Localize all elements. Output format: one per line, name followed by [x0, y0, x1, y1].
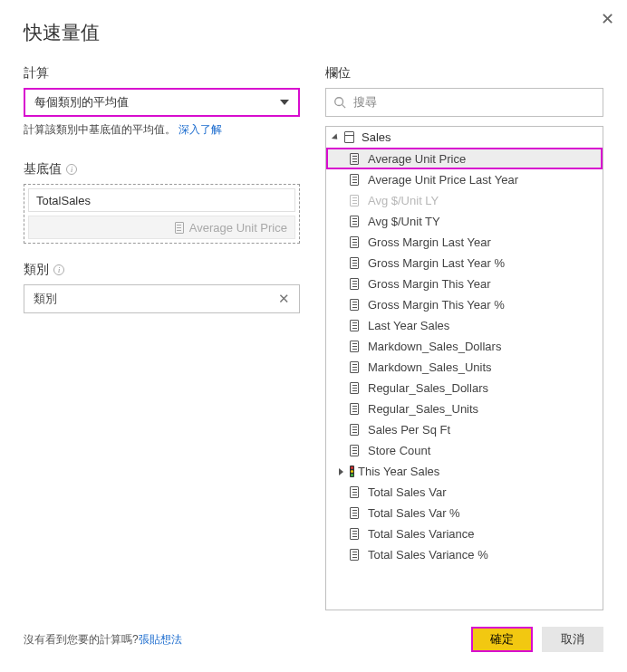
category-label: 類別 i: [24, 262, 300, 278]
dialog-columns: 計算 每個類別的平均值 計算該類別中基底值的平均值。 深入了解 基底值 i To…: [24, 65, 603, 610]
calculation-dropdown[interactable]: 每個類別的平均值: [24, 88, 300, 117]
calculator-icon: [350, 549, 359, 561]
calculator-icon: [350, 174, 359, 186]
base-value-chip[interactable]: TotalSales: [28, 188, 295, 212]
field-row[interactable]: Regular_Sales_Dollars: [326, 378, 603, 398]
field-label: Total Sales Var %: [368, 506, 460, 520]
post-idea-link[interactable]: 張貼想法: [139, 633, 182, 646]
calculator-icon: [350, 320, 359, 331]
field-row[interactable]: Gross Margin This Year: [326, 274, 603, 294]
fields-section-label: 欄位: [325, 65, 603, 82]
dialog-footer: 沒有看到您要的計算嗎?張貼想法 確定 取消: [24, 610, 603, 652]
calculator-icon: [350, 382, 359, 394]
base-value-text: 基底值: [24, 161, 62, 178]
calculator-icon: [350, 403, 359, 415]
calc-label-text: 計算: [24, 65, 49, 82]
svg-point-0: [335, 98, 343, 106]
field-label: Markdown_Sales_Dollars: [368, 340, 501, 353]
field-row[interactable]: Last Year Sales: [326, 315, 603, 336]
chevron-down-icon: [280, 100, 289, 105]
right-column: 欄位 搜尋 Sales Average Unit PriceAverage Un…: [325, 65, 603, 610]
field-label: Store Count: [368, 444, 430, 457]
field-label: Avg $/Unit LY: [368, 194, 439, 207]
calculator-icon: [350, 299, 359, 311]
field-row[interactable]: Sales Per Sq Ft: [326, 419, 603, 440]
field-label: Average Unit Price Last Year: [368, 173, 518, 187]
table-name: Sales: [362, 130, 391, 144]
calc-help-text: 計算該類別中基底值的平均值。 深入了解: [24, 122, 300, 138]
help-desc: 計算該類別中基底值的平均值。: [24, 123, 178, 136]
search-icon: [333, 96, 346, 109]
field-label: Gross Margin Last Year: [368, 235, 491, 249]
calculator-icon: [350, 507, 359, 519]
footer-buttons: 確定 取消: [471, 627, 603, 652]
field-label: Total Sales Variance %: [368, 548, 488, 562]
field-row[interactable]: Total Sales Var %: [326, 503, 603, 523]
calculator-icon: [350, 445, 359, 456]
footer-question: 沒有看到您要的計算嗎?: [24, 633, 139, 646]
field-row[interactable]: Total Sales Variance: [326, 523, 603, 544]
learn-more-link[interactable]: 深入了解: [178, 123, 222, 136]
category-input[interactable]: 類別 ✕: [24, 284, 300, 313]
search-input[interactable]: 搜尋: [325, 88, 603, 117]
field-label: Average Unit Price: [368, 152, 466, 166]
svg-line-1: [342, 105, 346, 109]
expand-icon: [332, 133, 340, 141]
table-icon: [344, 131, 354, 143]
calculator-icon: [350, 486, 359, 498]
ok-button[interactable]: 確定: [471, 627, 533, 652]
field-label: Total Sales Var: [368, 485, 446, 499]
calculator-icon: [350, 278, 359, 290]
calculator-icon: [175, 222, 184, 234]
field-row[interactable]: Store Count: [326, 440, 603, 461]
field-label: Regular_Sales_Dollars: [368, 381, 488, 395]
field-row[interactable]: Markdown_Sales_Units: [326, 357, 603, 378]
left-column: 計算 每個類別的平均值 計算該類別中基底值的平均值。 深入了解 基底值 i To…: [24, 65, 300, 610]
calculator-icon: [350, 528, 359, 540]
field-row[interactable]: Regular_Sales_Units: [326, 398, 603, 419]
base-value-drag-preview[interactable]: Average Unit Price: [28, 216, 295, 239]
category-label-text: 類別: [24, 262, 49, 278]
field-label: Gross Margin This Year: [368, 277, 491, 291]
calculation-dropdown-value: 每個類別的平均值: [34, 94, 129, 110]
field-row[interactable]: Average Unit Price Last Year: [326, 169, 603, 190]
info-icon[interactable]: i: [66, 164, 77, 175]
category-value: 類別: [34, 291, 57, 307]
cancel-button[interactable]: 取消: [542, 627, 603, 652]
calculator-icon: [350, 216, 359, 227]
footer-help-text: 沒有看到您要的計算嗎?張貼想法: [24, 632, 182, 648]
field-row[interactable]: This Year Sales: [326, 461, 603, 482]
field-label: Gross Margin This Year %: [368, 298, 505, 312]
close-icon[interactable]: ✕: [601, 9, 614, 29]
calculator-icon: [350, 153, 359, 165]
field-row[interactable]: Total Sales Var: [326, 482, 603, 503]
base-value-chip-text: TotalSales: [36, 194, 91, 207]
dialog-title: 快速量值: [24, 20, 603, 45]
kpi-icon: [350, 466, 354, 477]
field-label: Sales Per Sq Ft: [368, 423, 450, 437]
fields-tree[interactable]: Sales Average Unit PriceAverage Unit Pri…: [325, 126, 603, 610]
calc-section-label: 計算: [24, 65, 300, 82]
field-row[interactable]: Total Sales Variance %: [326, 544, 603, 565]
field-label: Markdown_Sales_Units: [368, 360, 492, 374]
table-node-sales[interactable]: Sales: [326, 127, 603, 148]
field-row[interactable]: Markdown_Sales_Dollars: [326, 336, 603, 357]
calculator-icon: [350, 195, 359, 206]
info-icon[interactable]: i: [53, 264, 64, 275]
field-row[interactable]: Gross Margin Last Year: [326, 232, 603, 253]
field-label: This Year Sales: [358, 465, 439, 478]
field-row[interactable]: Gross Margin Last Year %: [326, 253, 603, 274]
calculator-icon: [350, 424, 359, 436]
expand-icon: [339, 468, 343, 475]
clear-icon[interactable]: ✕: [278, 291, 290, 307]
field-row[interactable]: Avg $/Unit LY: [326, 190, 603, 211]
calculator-icon: [350, 341, 359, 352]
base-value-label: 基底值 i: [24, 161, 300, 178]
base-value-dropzone[interactable]: TotalSales Average Unit Price: [24, 184, 300, 244]
field-row[interactable]: Avg $/Unit TY: [326, 211, 603, 232]
field-row[interactable]: Gross Margin This Year %: [326, 294, 603, 315]
field-label: Avg $/Unit TY: [368, 215, 440, 228]
field-label: Total Sales Variance: [368, 527, 475, 541]
field-row[interactable]: Average Unit Price: [326, 148, 603, 169]
quick-measure-dialog: ✕ 快速量值 計算 每個類別的平均值 計算該類別中基底值的平均值。 深入了解 基…: [0, 0, 627, 672]
